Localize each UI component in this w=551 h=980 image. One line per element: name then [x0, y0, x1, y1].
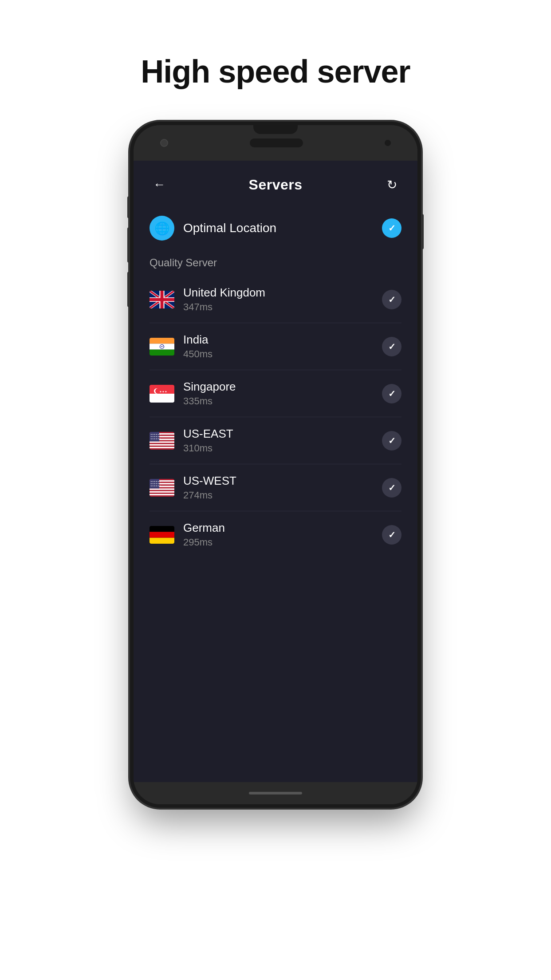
svg-rect-8: [150, 298, 174, 301]
checkmark-germany: ✓: [388, 530, 396, 540]
server-info-germany: German 295ms: [183, 521, 382, 548]
server-info-us-east: US-EAST 310ms: [183, 427, 382, 454]
server-row-singapore[interactable]: ✦✦✦ Singapore 335ms ✓: [134, 370, 417, 417]
server-row-us-west[interactable]: ★★★★★★ ★★★★★ ★★★★★★ US-WEST 274ms ✓: [134, 464, 417, 511]
server-name-us-east: US-EAST: [183, 427, 382, 441]
server-ping-india: 450ms: [183, 348, 382, 360]
back-arrow-icon: ←: [153, 178, 165, 192]
front-camera: [160, 139, 168, 147]
server-ping-us-east: 310ms: [183, 443, 382, 454]
phone-top-bar: [134, 125, 417, 161]
svg-rect-25: [150, 447, 174, 448]
checkmark-uk: ✓: [388, 294, 396, 305]
flag-singapore: ✦✦✦: [150, 385, 174, 403]
power-button: [420, 214, 424, 249]
quality-server-label: Quality Server: [134, 251, 417, 276]
header-title: Servers: [249, 177, 303, 193]
server-name-germany: German: [183, 521, 382, 535]
svg-text:★★★★★★: ★★★★★★: [150, 438, 161, 440]
flag-india: [150, 338, 174, 356]
phone-mockup: ← Servers ↻ 🌐 Optimal Location ✓ Quality…: [134, 125, 417, 804]
server-check-germany: ✓: [382, 525, 401, 545]
server-info-us-west: US-WEST 274ms: [183, 474, 382, 501]
svg-rect-9: [150, 338, 174, 344]
server-row-us-east[interactable]: ★★★★★★ ★★★★★ ★★★★★★ US-EAST 310ms ✓: [134, 417, 417, 464]
checkmark-singapore: ✓: [388, 388, 396, 399]
server-row-uk[interactable]: United Kingdom 347ms ✓: [134, 276, 417, 323]
flag-germany: [150, 526, 174, 544]
svg-rect-11: [150, 349, 174, 355]
server-ping-uk: 347ms: [183, 301, 382, 313]
optimal-location-row[interactable]: 🌐 Optimal Location ✓: [134, 205, 417, 251]
home-indicator: [249, 792, 302, 794]
svg-rect-23: [150, 441, 174, 443]
checkmark-icon: ✓: [388, 223, 396, 233]
server-check-singapore: ✓: [382, 384, 401, 403]
back-button[interactable]: ←: [150, 175, 169, 194]
server-info-singapore: Singapore 335ms: [183, 380, 382, 407]
optimal-check-active: ✓: [382, 218, 401, 238]
app-header: ← Servers ↻: [134, 161, 417, 205]
refresh-button[interactable]: ↻: [382, 175, 401, 194]
server-name-us-west: US-WEST: [183, 474, 382, 488]
refresh-icon: ↻: [387, 178, 397, 192]
server-check-uk: ✓: [382, 290, 401, 309]
server-row-germany[interactable]: German 295ms ✓: [134, 511, 417, 558]
svg-rect-24: [150, 444, 174, 445]
svg-text:✦✦✦: ✦✦✦: [159, 390, 167, 393]
svg-rect-42: [150, 532, 174, 537]
page-title: High speed server: [141, 53, 410, 90]
svg-text:★★★★★★: ★★★★★★: [150, 485, 161, 487]
server-name-uk: United Kingdom: [183, 286, 382, 300]
phone-notch: [253, 125, 298, 134]
svg-point-13: [161, 346, 162, 347]
globe-icon: 🌐: [154, 221, 170, 236]
server-name-singapore: Singapore: [183, 380, 382, 394]
server-info-india: India 450ms: [183, 333, 382, 360]
phone-frame: ← Servers ↻ 🌐 Optimal Location ✓ Quality…: [134, 125, 417, 804]
server-ping-us-west: 274ms: [183, 490, 382, 501]
server-check-us-west: ✓: [382, 478, 401, 498]
server-ping-singapore: 335ms: [183, 395, 382, 407]
svg-rect-36: [150, 494, 174, 495]
svg-rect-15: [150, 394, 174, 403]
server-name-india: India: [183, 333, 382, 347]
svg-rect-35: [150, 491, 174, 492]
server-ping-germany: 295ms: [183, 537, 382, 548]
phone-bottom: [134, 782, 417, 804]
app-screen: ← Servers ↻ 🌐 Optimal Location ✓ Quality…: [134, 161, 417, 782]
checkmark-india: ✓: [388, 341, 396, 352]
volume-down-button: [127, 227, 131, 263]
phone-speaker: [250, 138, 303, 147]
flag-us-east: ★★★★★★ ★★★★★ ★★★★★★: [150, 432, 174, 450]
server-check-india: ✓: [382, 337, 401, 356]
volume-up-button: [127, 196, 131, 218]
flag-us-west: ★★★★★★ ★★★★★ ★★★★★★: [150, 479, 174, 497]
svg-rect-34: [150, 488, 174, 490]
server-check-us-east: ✓: [382, 431, 401, 450]
proximity-sensor: [385, 140, 391, 146]
mute-button: [127, 272, 131, 307]
flag-uk: [150, 291, 174, 308]
optimal-location-label: Optimal Location: [183, 221, 382, 235]
server-info-uk: United Kingdom 347ms: [183, 286, 382, 313]
svg-rect-41: [150, 526, 174, 532]
svg-rect-43: [150, 537, 174, 543]
server-row-india[interactable]: India 450ms ✓: [134, 323, 417, 370]
checkmark-us-west: ✓: [388, 482, 396, 493]
checkmark-us-east: ✓: [388, 435, 396, 446]
optimal-location-icon: 🌐: [150, 216, 174, 241]
